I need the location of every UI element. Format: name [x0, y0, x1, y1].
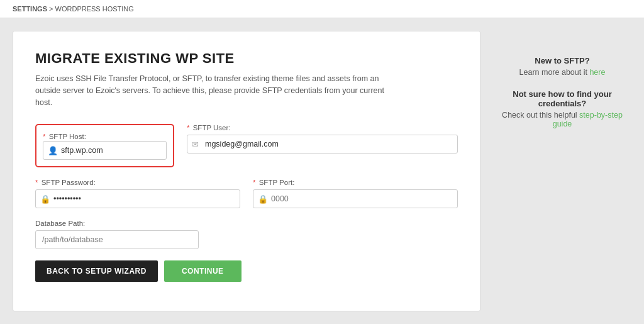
- new-to-sftp-title: New to SFTP?: [493, 56, 631, 65]
- new-to-sftp-section: New to SFTP? Learn more about it here: [493, 56, 631, 77]
- sftp-password-group: * SFTP Password: 🔒: [35, 179, 240, 208]
- database-path-input-wrapper: [35, 230, 199, 249]
- credentials-title: Not sure how to find your credentials?: [493, 89, 631, 108]
- new-to-sftp-text: Learn more about it here: [493, 68, 631, 77]
- sftp-host-required: *: [43, 133, 45, 140]
- sftp-port-required: *: [253, 179, 255, 186]
- continue-button[interactable]: CONTINUE: [164, 260, 242, 282]
- breadcrumb-settings-link[interactable]: SETTINGS: [13, 5, 47, 13]
- user-icon: 👤: [48, 146, 58, 155]
- sftp-port-input[interactable]: [253, 189, 458, 208]
- database-path-group: Database Path:: [35, 220, 199, 249]
- page-description: Ezoic uses SSH File Transfer Protocol, o…: [35, 73, 400, 108]
- sftp-port-group: * SFTP Port: 🔒: [253, 179, 458, 208]
- main-card: MIGRATE EXISTING WP SITE Ezoic uses SSH …: [13, 31, 480, 311]
- sftp-password-input-wrapper: 🔒: [35, 189, 240, 208]
- database-path-row: Database Path:: [35, 220, 458, 249]
- breadcrumb-separator: >: [49, 5, 55, 13]
- sftp-user-required: *: [187, 124, 189, 131]
- back-to-wizard-button[interactable]: BACK TO SETUP WIZARD: [35, 260, 158, 282]
- sftp-user-group: * SFTP User: ✉: [187, 124, 458, 167]
- sftp-host-highlighted-group: * SFTP Host: 👤: [35, 124, 174, 167]
- sftp-host-label: * SFTP Host:: [43, 133, 86, 140]
- sftp-user-input-wrapper: ✉: [187, 135, 458, 154]
- sidebar-panel: New to SFTP? Learn more about it here No…: [493, 31, 631, 311]
- sftp-password-input[interactable]: [35, 189, 240, 208]
- breadcrumb-current: WORDPRESS HOSTING: [55, 5, 134, 13]
- sftp-port-input-wrapper: 🔒: [253, 189, 458, 208]
- page-title: MIGRATE EXISTING WP SITE: [35, 50, 458, 67]
- sftp-host-row: * SFTP Host: 👤 * SFTP User: ✉: [35, 124, 458, 167]
- envelope-icon: ✉: [192, 140, 199, 149]
- credentials-help-section: Not sure how to find your credentials? C…: [493, 89, 631, 128]
- database-path-label: Database Path:: [35, 220, 199, 227]
- lock-icon-port: 🔒: [258, 194, 268, 204]
- sftp-user-label: * SFTP User:: [187, 124, 458, 131]
- sftp-host-input[interactable]: [43, 141, 167, 160]
- breadcrumb-bar: SETTINGS > WORDPRESS HOSTING: [0, 0, 644, 18]
- sftp-host-input-wrapper: 👤: [43, 141, 167, 160]
- sftp-here-link[interactable]: here: [589, 68, 605, 77]
- main-content: MIGRATE EXISTING WP SITE Ezoic uses SSH …: [0, 18, 644, 324]
- sftp-password-required: *: [35, 179, 38, 186]
- sftp-password-label: * SFTP Password:: [35, 179, 240, 186]
- sftp-password-port-row: * SFTP Password: 🔒 * SFTP Port: 🔒: [35, 179, 458, 208]
- credentials-text: Check out this helpful step-by-step guid…: [493, 111, 631, 128]
- lock-icon: 🔒: [40, 194, 50, 204]
- buttons-row: BACK TO SETUP WIZARD CONTINUE: [35, 260, 458, 282]
- database-path-input[interactable]: [35, 230, 199, 249]
- sftp-port-label: * SFTP Port:: [253, 179, 458, 186]
- sftp-user-input[interactable]: [187, 135, 458, 154]
